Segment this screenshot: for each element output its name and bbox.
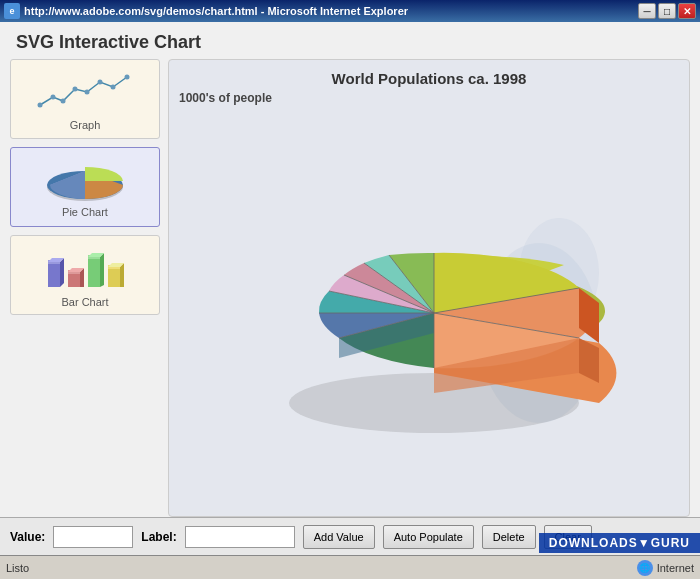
- value-label: Value:: [10, 530, 45, 544]
- app-title: SVG Interactive Chart: [16, 32, 201, 52]
- globe-icon: 🌐: [637, 560, 653, 576]
- svg-point-5: [85, 90, 90, 95]
- window-body: SVG Interactive Chart Graph: [0, 22, 700, 555]
- svg-point-8: [125, 75, 130, 80]
- watermark: DOWNLOADS▼GURU: [539, 533, 700, 553]
- title-bar: e http://www.adobe.com/svg/demos/chart.h…: [0, 0, 700, 22]
- auto-populate-button[interactable]: Auto Populate: [383, 525, 474, 549]
- svg-point-4: [73, 87, 78, 92]
- chart-subtitle: 1000's of people: [179, 91, 679, 105]
- maximize-button[interactable]: □: [658, 3, 676, 19]
- graph-thumb[interactable]: Graph: [10, 59, 160, 139]
- minimize-button[interactable]: ─: [638, 3, 656, 19]
- bar-thumb[interactable]: Bar Chart: [10, 235, 160, 315]
- bar-thumb-label: Bar Chart: [61, 296, 108, 308]
- main-pie-chart: [219, 173, 639, 443]
- svg-rect-25: [108, 267, 120, 287]
- status-bar: Listo 🌐 Internet: [0, 555, 700, 579]
- svg-rect-21: [88, 257, 100, 287]
- add-value-button[interactable]: Add Value: [303, 525, 375, 549]
- svg-rect-13: [48, 262, 60, 287]
- bar-thumb-svg: [40, 242, 130, 292]
- status-right: 🌐 Internet: [637, 560, 694, 576]
- close-button[interactable]: ✕: [678, 3, 696, 19]
- svg-point-3: [61, 99, 66, 104]
- app-header: SVG Interactive Chart: [0, 22, 700, 59]
- title-bar-buttons: ─ □ ✕: [638, 3, 696, 19]
- svg-point-2: [51, 95, 56, 100]
- svg-marker-27: [120, 263, 124, 287]
- status-left: Listo: [6, 562, 29, 574]
- svg-point-6: [98, 80, 103, 85]
- pie-chart-container: [179, 115, 679, 501]
- svg-marker-15: [60, 258, 64, 287]
- label-label: Label:: [141, 530, 176, 544]
- window-title: http://www.adobe.com/svg/demos/chart.htm…: [24, 5, 408, 17]
- graph-thumb-label: Graph: [70, 119, 101, 131]
- graph-thumb-svg: [35, 67, 135, 115]
- chart-main: World Populations ca. 1998 1000's of peo…: [168, 59, 690, 517]
- pie-thumb-svg: [40, 157, 130, 202]
- svg-marker-23: [100, 253, 104, 287]
- app-content: Graph Pie Chart: [0, 59, 700, 517]
- pie-thumb-label: Pie Chart: [62, 206, 108, 218]
- svg-point-1: [38, 103, 43, 108]
- ie-icon: e: [4, 3, 20, 19]
- delete-button[interactable]: Delete: [482, 525, 536, 549]
- title-bar-left: e http://www.adobe.com/svg/demos/chart.h…: [4, 3, 408, 19]
- chart-panel: Graph Pie Chart: [10, 59, 160, 517]
- chart-title: World Populations ca. 1998: [179, 70, 679, 87]
- label-input[interactable]: [185, 526, 295, 548]
- svg-rect-17: [68, 272, 80, 287]
- pie-thumb[interactable]: Pie Chart: [10, 147, 160, 227]
- value-input[interactable]: [53, 526, 133, 548]
- svg-point-7: [111, 85, 116, 90]
- status-right-text: Internet: [657, 562, 694, 574]
